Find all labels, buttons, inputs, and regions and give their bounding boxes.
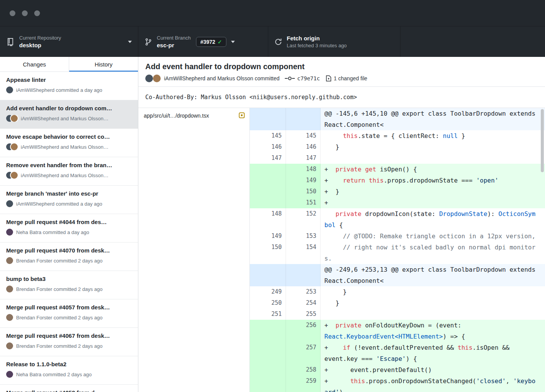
diff-code-line: + xyxy=(321,197,545,208)
diff-gutter-old xyxy=(250,175,286,186)
diff-code-line: @@ -249,6 +253,13 @@ export class Toolba… xyxy=(321,264,545,286)
diff-code-line: } xyxy=(321,141,545,153)
diff-gutter-old xyxy=(250,375,286,392)
diff-code-line: // @TODO: Remake triangle octicon in a 1… xyxy=(321,231,545,242)
commit-list-item[interactable]: Merge pull request #4067 from desk…Brend… xyxy=(0,328,138,356)
pr-status-badge: #3972 ✓ xyxy=(196,37,226,47)
repository-name: desktop xyxy=(19,42,61,49)
commit-list-item[interactable]: Appease linteriAmWillShepherd committed … xyxy=(0,72,138,100)
diff-gutter-old: 250 xyxy=(250,297,286,309)
diff-row: 256+ private onFoldoutKeyDown = (event: … xyxy=(250,320,545,342)
diff-gutter-old xyxy=(250,364,286,375)
commit-title: Release to 1.1.0-beta2 xyxy=(6,360,132,368)
commit-title: Merge pull request #4070 from desk… xyxy=(6,247,132,254)
commit-list-item[interactable]: Move escape behavior to correct co…iAmWi… xyxy=(0,129,138,157)
diff-row: 249253 } xyxy=(250,286,545,297)
repository-switcher-button[interactable]: Current Repository desktop xyxy=(0,27,138,57)
diff-code-line: + return this.props.dropdownState === 'o… xyxy=(321,175,545,186)
diff-gutter-new: 254 xyxy=(286,297,321,309)
minimize-window-button[interactable] xyxy=(22,10,28,16)
diff-code-line: + event.preventDefault() xyxy=(321,364,545,375)
diff-gutter-old: 146 xyxy=(250,141,286,153)
commit-meta: Neha Batra committed 2 days ago xyxy=(6,371,132,378)
branch-switcher-button[interactable]: Current Branch esc-pr #3972 ✓ xyxy=(138,27,268,57)
commit-list-item[interactable]: Merge pull request #4044 from des…Neha B… xyxy=(0,214,138,243)
diff-gutter-new: 257 xyxy=(286,342,321,364)
commit-meta: Brendan Forster committed 2 days ago xyxy=(6,257,132,264)
commit-list-item[interactable]: Merge pull request #4058 from d… xyxy=(0,385,138,392)
diff-code-line: @@ -145,6 +145,10 @@ export class Toolba… xyxy=(321,108,545,130)
commit-list-item[interactable]: bump to beta3Brendan Forster committed 2… xyxy=(0,271,138,299)
commit-title: Merge branch 'master' into esc-pr xyxy=(6,190,132,197)
commit-list-item[interactable]: Merge pull request #4057 from desk…Brend… xyxy=(0,299,138,328)
diff-gutter-old xyxy=(250,108,286,130)
zoom-window-button[interactable] xyxy=(34,10,40,16)
diff-gutter-new: 147 xyxy=(286,153,321,164)
commit-list-item[interactable]: Remove event handler from the bran…iAmWi… xyxy=(0,157,138,186)
diff-gutter-new: 154 xyxy=(286,242,321,264)
scrollbar-thumb[interactable] xyxy=(541,109,544,172)
diff-gutter-old: 149 xyxy=(250,231,286,242)
close-window-button[interactable] xyxy=(10,10,15,16)
diff-row: 145145 this.state = { clientRect: null } xyxy=(250,130,545,141)
diff-hunk-row: @@ -145,6 +145,10 @@ export class Toolba… xyxy=(250,108,545,130)
tab-changes[interactable]: Changes xyxy=(0,57,69,71)
diff-gutter-new: 148 xyxy=(286,164,321,175)
commit-meta: iAmWillShepherd and Markus Olsson… xyxy=(6,143,132,150)
diff-gutter-new: 258 xyxy=(286,364,321,375)
fetch-origin-button[interactable]: Fetch origin Last fetched 3 minutes ago xyxy=(268,27,400,57)
repo-book-icon xyxy=(6,38,15,46)
commit-title: Add event handler to dropdown com… xyxy=(6,105,132,112)
git-branch-icon xyxy=(145,38,152,46)
branch-name: esc-pr xyxy=(157,42,191,49)
diff-gutter-new: 146 xyxy=(286,141,321,153)
diff-gutter-old xyxy=(250,342,286,364)
commit-header: Add event handler to dropdown component … xyxy=(138,57,545,87)
diff-row: 148152 private dropdownIcon(state: Dropd… xyxy=(250,208,545,231)
changed-files-panel: app/src/ui/t…/dropdown.tsx xyxy=(138,108,250,392)
diff-row: 258+ event.preventDefault() xyxy=(250,364,545,375)
commit-title: Merge pull request #4058 from d… xyxy=(6,389,132,392)
diff-gutter-new: 255 xyxy=(286,309,321,320)
avatar xyxy=(11,172,18,179)
diff-row: 257+ if (!event.defaultPrevented && this… xyxy=(250,342,545,364)
diff-viewer: @@ -145,6 +145,10 @@ export class Toolba… xyxy=(250,108,545,392)
commit-list-item[interactable]: Merge branch 'master' into esc-priAmWill… xyxy=(0,186,138,214)
diff-gutter-old xyxy=(250,320,286,342)
diff-gutter-old xyxy=(250,186,286,197)
file-list-item[interactable]: app/src/ui/t…/dropdown.tsx xyxy=(138,108,249,123)
diff-code-line: } xyxy=(321,297,545,309)
changed-files-count: 1 changed file xyxy=(334,75,367,82)
commit-meta: Brendan Forster committed 2 days ago xyxy=(6,342,132,349)
modified-status-icon xyxy=(239,112,245,120)
diff-gutter-old: 147 xyxy=(250,153,286,164)
sync-icon xyxy=(274,38,282,46)
chevron-down-icon xyxy=(231,41,235,43)
avatar xyxy=(6,342,13,349)
diff-row: 146146 } xyxy=(250,141,545,153)
commit-list-item[interactable]: Add event handler to dropdown com…iAmWil… xyxy=(0,100,138,129)
app-toolbar: Current Repository desktop Current Branc… xyxy=(0,26,545,57)
diff-row: 149+ return this.props.dropdownState ===… xyxy=(250,175,545,186)
tab-history[interactable]: History xyxy=(69,57,138,71)
avatar xyxy=(145,75,153,82)
commit-title: Merge pull request #4044 from des… xyxy=(6,218,132,226)
diff-code-line: } xyxy=(321,286,545,297)
repository-label: Current Repository xyxy=(19,35,61,41)
diff-hunk-row: @@ -249,6 +253,13 @@ export class Toolba… xyxy=(250,264,545,286)
avatar xyxy=(11,143,18,150)
window-titlebar xyxy=(0,0,545,26)
diff-row: 151+ xyxy=(250,197,545,208)
diff-code-line xyxy=(321,153,545,164)
diff-row: 148+ private get isOpen() { xyxy=(250,164,545,175)
avatar xyxy=(11,115,18,122)
diff-gutter-new: 256 xyxy=(286,320,321,342)
diff-gutter-old: 251 xyxy=(250,309,286,320)
diff-row: 150154 // right now it's scaled badly on… xyxy=(250,242,545,264)
diff-gutter-new: 145 xyxy=(286,130,321,141)
diff-code-line: private dropdownIcon(state: DropdownStat… xyxy=(321,208,545,231)
commit-list-item[interactable]: Merge pull request #4070 from desk…Brend… xyxy=(0,243,138,271)
commit-list-item[interactable]: Release to 1.1.0-beta2Neha Batra committ… xyxy=(0,356,138,385)
git-commit-icon xyxy=(285,75,295,81)
diff-code-line: + if (!event.defaultPrevented && this.is… xyxy=(321,342,545,364)
